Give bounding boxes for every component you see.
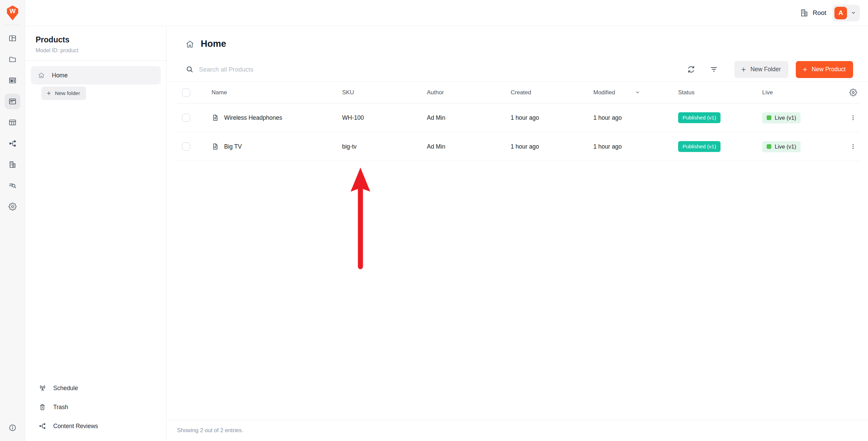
sidebar-new-folder-button[interactable]: New folder — [41, 87, 86, 100]
sidebar-footer: Schedule Trash — [25, 379, 166, 441]
plus-icon — [802, 66, 808, 73]
row-checkbox[interactable] — [182, 114, 190, 122]
sidebar-model-id: Model ID: product — [36, 47, 156, 54]
refresh-button[interactable] — [684, 62, 698, 76]
cell-created: 1 hour ago — [511, 114, 593, 121]
gear-icon — [8, 203, 17, 211]
tenant-name: Root — [813, 9, 826, 17]
page-builder-icon — [8, 76, 17, 84]
page-title: Home — [201, 39, 226, 49]
document-icon — [212, 114, 219, 121]
rail-item-headless-cms[interactable] — [5, 94, 20, 109]
audit-search-icon — [8, 181, 17, 190]
column-header-author: Author — [427, 89, 511, 96]
sidebar-item-home[interactable]: Home — [31, 66, 161, 84]
document-icon — [212, 143, 219, 150]
rail-item-settings[interactable] — [5, 199, 20, 214]
filter-icon — [710, 65, 718, 74]
layout-icon — [8, 34, 17, 42]
chevron-down-icon — [850, 10, 856, 16]
cell-sku: big-tv — [342, 143, 427, 150]
trash-icon — [38, 403, 46, 411]
column-header-modified: Modified — [593, 89, 678, 96]
topbar: Root A — [25, 0, 868, 26]
table-row[interactable]: Wireless Headphones WH-100 Ad Min 1 hour… — [176, 103, 860, 132]
search-input[interactable] — [199, 66, 684, 73]
filter-button[interactable] — [707, 62, 721, 76]
home-icon — [185, 39, 195, 49]
schedule-label: Schedule — [53, 385, 78, 392]
table-icon — [8, 118, 17, 127]
plus-icon — [46, 91, 52, 96]
cell-created: 1 hour ago — [511, 143, 593, 150]
toolbar: New Folder New Product — [167, 57, 868, 82]
webiny-logo[interactable]: W — [5, 5, 20, 21]
graph-icon — [8, 139, 17, 148]
sidebar: Products Model ID: product Home New fold… — [25, 26, 166, 441]
workflow-icon — [38, 422, 46, 430]
main-content: Home — [167, 26, 868, 441]
column-header-live: Live — [762, 89, 846, 96]
row-menu-button[interactable] — [848, 141, 859, 152]
broadcast-icon — [38, 384, 46, 392]
cell-author: Ad Min — [427, 114, 511, 121]
sidebar-item-trash[interactable]: Trash — [38, 398, 166, 417]
column-header-status: Status — [678, 89, 762, 96]
select-all-checkbox[interactable] — [182, 89, 190, 97]
refresh-icon — [687, 65, 695, 74]
sidebar-header: Products Model ID: product — [25, 26, 166, 60]
icon-rail: W — [0, 0, 25, 441]
sidebar-item-schedule[interactable]: Schedule — [38, 379, 166, 398]
tenant-label: Root — [800, 8, 826, 17]
sort-chevron-down-icon[interactable] — [635, 90, 640, 95]
entries-count: Showing 2 out of 2 entries. — [177, 427, 243, 433]
info-icon — [8, 424, 17, 432]
column-header-sku: SKU — [342, 89, 427, 96]
building-icon — [800, 8, 809, 17]
new-folder-button[interactable]: New Folder — [734, 61, 788, 78]
new-product-button-label: New Product — [812, 66, 846, 73]
status-badge: Published (v1) — [678, 112, 721, 123]
rail-item-tenants[interactable] — [5, 157, 20, 172]
new-product-button[interactable]: New Product — [796, 61, 853, 78]
column-header-created: Created — [511, 89, 593, 96]
cell-name: Wireless Headphones — [224, 114, 282, 121]
new-folder-button-label: New Folder — [750, 66, 781, 73]
status-badge: Published (v1) — [678, 141, 721, 152]
cell-author: Ad Min — [427, 143, 511, 150]
trash-label: Trash — [53, 404, 68, 411]
sidebar-item-label: Home — [52, 72, 68, 79]
plus-icon — [741, 66, 747, 73]
rail-item-api[interactable] — [5, 136, 20, 151]
table-footer: Showing 2 out of 2 entries. — [167, 420, 868, 441]
column-settings-button[interactable] — [846, 89, 860, 96]
home-icon — [38, 72, 45, 79]
search-icon — [186, 65, 194, 73]
account-menu[interactable]: A — [832, 5, 860, 21]
cell-modified: 1 hour ago — [593, 114, 678, 121]
row-checkbox[interactable] — [182, 142, 190, 151]
column-header-name: Name — [212, 89, 342, 96]
kebab-icon — [850, 114, 856, 121]
rail-item-files[interactable] — [5, 52, 20, 67]
rail-item-audit-logs[interactable] — [5, 178, 20, 193]
avatar: A — [834, 7, 847, 19]
table-row[interactable]: Big TV big-tv Ad Min 1 hour ago 1 hour a… — [176, 132, 860, 161]
form-icon — [8, 97, 17, 106]
sidebar-item-content-reviews[interactable]: Content Reviews — [38, 417, 166, 436]
rail-item-tables[interactable] — [5, 115, 20, 130]
rail-divider — [5, 25, 20, 25]
cell-modified: 1 hour ago — [593, 143, 678, 150]
rail-item-dashboard[interactable] — [5, 31, 20, 46]
new-folder-label: New folder — [55, 90, 80, 96]
row-menu-button[interactable] — [848, 112, 859, 123]
rail-item-page-builder[interactable] — [5, 73, 20, 88]
rail-item-info[interactable] — [5, 420, 20, 436]
cell-sku: WH-100 — [342, 114, 427, 121]
kebab-icon — [850, 143, 856, 150]
table-header-row: Name SKU Author Created Modified Status … — [176, 82, 860, 103]
live-dot — [767, 115, 771, 120]
live-dot — [767, 144, 771, 149]
folder-icon — [8, 55, 17, 63]
gear-icon — [849, 89, 857, 96]
